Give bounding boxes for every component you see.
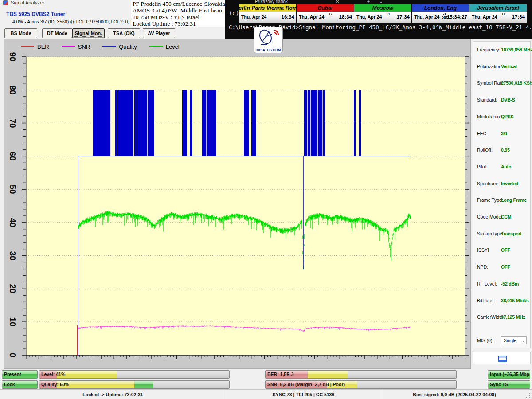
param-label: Frame Type: — [477, 197, 503, 203]
clock-time: 16:34 — [282, 14, 294, 20]
param-label: Spectrum: — [477, 181, 498, 186]
note-line: 10 758 MHz-V : YES Israel — [133, 14, 225, 20]
param-row-rolloff: RollOff:0.35 — [473, 147, 530, 154]
tuner-name: TBS 5925 DVBS2 Tuner — [6, 11, 65, 17]
status-best-signal: Best signal: 9,0 dB (2025-04-22 04:08) — [381, 390, 528, 399]
notes-box: PF Prodelin 450 cm/Lucenec-SlovakiaAMOS … — [131, 0, 225, 27]
param-label: ISSYI — [477, 247, 489, 253]
param-label: CarrierWidth: — [477, 314, 505, 320]
tab-bar: BS ModeDT ModeSignal Mon.TSA (OK)AV Play… — [0, 27, 225, 39]
indicator-label: Lock — [2, 381, 37, 388]
clock-city-name: Jerusalem-Israel — [469, 4, 527, 12]
param-row-bitrate: BitRate:38,015 Mbit/s — [473, 298, 530, 305]
clock-date: Thu, Apr 24 — [414, 14, 439, 20]
indicator-snr: SNR: 8,2 dB (Margin: 2,7 dB | Poor) — [265, 380, 457, 389]
indicator-sync-ts: Sync TS — [488, 380, 530, 389]
param-value: 0.35 — [501, 147, 510, 153]
clock-moscow: MoscowThu, Apr 24+117:34 — [354, 4, 412, 23]
mis-dropdown[interactable]: Single⌄ — [501, 336, 527, 344]
param-row-issyi: ISSYIOFF — [473, 247, 530, 254]
clock-body: Thu, Apr 24+218:34 — [297, 12, 354, 23]
clock-time: 17:34 — [512, 14, 525, 20]
indicator-label: Sync TS — [488, 381, 530, 388]
signal-monitor-chart — [4, 39, 470, 368]
clock-jerusalem-israel: Jerusalem-IsraelThu, Apr 24+117:34 — [469, 4, 527, 23]
resize-grip-icon[interactable] — [526, 393, 531, 399]
app-icon — [3, 0, 8, 5]
indicator-label: BER: 1,5E-3 — [266, 371, 456, 378]
param-row-rf-level: RF Level:-52 dBm — [473, 281, 530, 288]
param-row-frame-type: Frame Type:Long Frame — [473, 197, 530, 204]
note-line: AMOS 3 at 4,0°W_Middle East beam — [133, 7, 225, 14]
clock-dubai: DubaiThu, Apr 24+218:34 — [297, 4, 354, 23]
param-value: QPSK — [501, 114, 514, 119]
param-label: Frequency: — [477, 47, 501, 52]
satellite-dish-icon — [254, 27, 282, 47]
clock-utc-offset: +1 — [386, 12, 390, 16]
clock-body: Thu, Apr 24+117:34 — [469, 12, 527, 23]
param-value: DVB-S — [501, 97, 515, 102]
param-value: Transport — [501, 231, 522, 236]
param-row-symbol-rate: Symbol Rate:27500,018 KS/s — [473, 80, 530, 87]
monitor-icon — [498, 356, 507, 362]
param-row-fec: FEC:3/4 — [473, 131, 530, 138]
param-label: RollOff: — [477, 147, 493, 153]
status-bar: Locked -> Uptime: 73:02:31 SYNC 73 | TEI… — [0, 389, 532, 399]
indicator-present: Present — [2, 370, 38, 379]
param-label: Modulation: — [477, 114, 501, 119]
param-label: Standard: — [477, 97, 497, 102]
param-value: Long Frame — [501, 197, 527, 203]
capture-button[interactable] — [473, 352, 531, 364]
note-line: Locked Uptime : 73:02:31 — [133, 20, 225, 27]
clock-city-name: Berlin-Paris-Vienna-Roma — [239, 4, 296, 12]
param-value: 10759,858 MHz — [501, 47, 532, 52]
indicator-level: Level: 41% — [39, 370, 230, 379]
param-value: -52 dBm — [501, 281, 519, 286]
dxsatcs-logo: DXSATCS.COM — [254, 27, 283, 53]
tab-dt-mode[interactable]: DT Mode — [42, 28, 72, 38]
clock-utc-offset: +2 — [329, 12, 332, 16]
param-value: Vertical — [501, 64, 517, 69]
parameters-group-box: Frequency:10759,858 MHzPolarization:Vert… — [473, 41, 531, 348]
status-sync-counters: SYNC 73 | TEI 205 | CC 5138 — [226, 390, 381, 399]
param-label: Polarization: — [477, 64, 503, 69]
window-title: Signal Analyzer — [11, 0, 44, 5]
indicator-label: Present — [2, 371, 37, 378]
clock-date: Thu, Apr 24 — [299, 14, 324, 20]
clock-time: 17:34 — [397, 14, 410, 20]
signal-chart-panel: BERSNRQualityLevel 9080706050403020100 — [4, 39, 471, 369]
clock-date: Thu, Apr 24 — [356, 14, 382, 20]
clock-city-name: London, Eng — [412, 4, 469, 12]
param-row-stream-type: Stream type:Transport — [473, 231, 530, 238]
clock-time: 15:34:27 — [447, 14, 467, 20]
dxsatcs-logo-text: DXSATCS.COM — [254, 48, 282, 52]
clock-city-name: Dubai — [297, 4, 354, 12]
clock-city-name: Moscow — [354, 4, 411, 12]
param-value: 37,125 MHz — [501, 314, 525, 320]
indicator-label: Input (~36,35 Mbps) — [488, 371, 530, 378]
param-label: Code Mode: — [477, 214, 502, 219]
tab-tsa-ok[interactable]: TSA (OK) — [108, 28, 140, 38]
param-value: OFF — [501, 264, 510, 270]
param-value: 38,015 Mbit/s — [501, 298, 529, 303]
param-value: Auto — [501, 164, 511, 169]
param-label: MIS (0): — [477, 338, 493, 343]
parameters-panel: Frequency:10759,858 MHzPolarization:Vert… — [472, 39, 532, 369]
param-label: RF Level: — [477, 281, 497, 286]
chevron-down-icon: ⌄ — [521, 337, 525, 344]
param-value: CCM — [501, 214, 511, 219]
indicator-label: SNR: 8,2 dB (Margin: 2,7 dB | Poor) — [266, 381, 456, 388]
tab-signal-mon[interactable]: Signal Mon. — [72, 28, 105, 38]
param-value: OFF — [501, 247, 510, 253]
indicator-input: Input (~36,35 Mbps) — [488, 370, 530, 379]
param-row-standard: Standard:DVB-S — [473, 97, 530, 104]
clock-date: Thu, Apr 24 — [472, 14, 497, 20]
param-label: Stream type: — [477, 231, 504, 236]
indicator-bars: PresentLevel: 41%BER: 1,5E-3Input (~36,3… — [0, 370, 532, 389]
tab-av-player[interactable]: AV Player — [143, 28, 175, 38]
indicator-label: Quality: 60% — [39, 381, 229, 388]
indicator-ber: BER: 1,5E-3 — [265, 370, 457, 379]
indicator-quality: Quality: 60% — [39, 380, 230, 389]
status-uptime: Locked -> Uptime: 73:02:31 — [0, 390, 226, 399]
tab-bs-mode[interactable]: BS Mode — [4, 28, 37, 38]
